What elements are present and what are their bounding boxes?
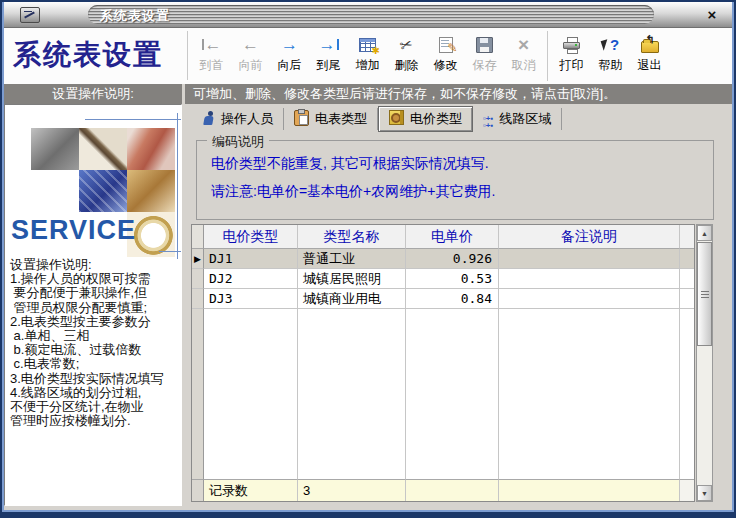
footer-empty-cell	[499, 479, 680, 501]
toolbar-button-label: 保存	[473, 57, 497, 74]
table-row[interactable]: DJ3城镇商业用电0.84	[192, 289, 694, 309]
titlebar[interactable]: 系统表设置 ×	[2, 2, 734, 28]
row-indicator-cell	[192, 289, 204, 309]
table-scrollbar[interactable]: ▲ ▼	[696, 224, 713, 502]
table-header-row: 电价类型类型名称电单价备注说明	[192, 225, 694, 249]
watch-photo-image	[127, 170, 175, 212]
instruction-line: c.电表常数;	[10, 357, 180, 371]
toolbar-button-prev: ←向前	[231, 29, 270, 83]
column-header: 备注说明	[499, 225, 680, 249]
window-title: 系统表设置	[100, 7, 170, 25]
toolbar-divider	[187, 31, 188, 80]
toolbar-button-last[interactable]: →到尾	[309, 29, 348, 83]
empty-cell	[406, 309, 499, 479]
help-icon: ?	[602, 32, 619, 57]
tab-label: 电价类型	[410, 110, 462, 128]
empty-cell	[499, 309, 680, 479]
thumb-grip-icon	[701, 291, 709, 298]
window-frame-left	[0, 0, 2, 518]
pricebook-tab-icon	[389, 110, 404, 128]
titlebar-band: 系统表设置	[88, 5, 654, 24]
column-header: 电价类型	[204, 225, 298, 249]
tab-pricebook[interactable]: 电价类型	[378, 106, 473, 132]
table-footer-row: 记录数3	[192, 479, 694, 501]
cell-price-type: DJ1	[204, 249, 298, 269]
system-table-settings-window: 系统表设置 × 系统表设置 ←到首←向前→向后→到尾增加✂删除修改保存×取消打印…	[0, 0, 736, 518]
toolbar-separator	[547, 31, 548, 81]
table-row[interactable]: ▶DJ1普通工业0.926	[192, 249, 694, 269]
decor-line-horizontal	[85, 119, 181, 120]
toolbar: ←到首←向前→向后→到尾增加✂删除修改保存×取消打印?帮助↰退出	[192, 29, 669, 83]
page-title: 系统表设置	[13, 36, 163, 74]
groupbox-legend: 编码说明	[207, 133, 269, 151]
up-arrow-icon: ▲	[701, 230, 708, 237]
left-panel: SERVICE 设置操作说明:1.操作人员的权限可按需 要分配便于兼职操作,但 …	[4, 104, 182, 506]
cell-note	[499, 289, 680, 309]
empty-cell	[298, 309, 406, 479]
toolbar-button-label: 向前	[239, 57, 263, 74]
toolbar-button-delete[interactable]: ✂删除	[387, 29, 426, 83]
tab-person[interactable]: 操作人员	[192, 108, 284, 130]
scrollbar-thumb[interactable]	[697, 242, 712, 346]
empty-cell	[680, 309, 694, 479]
next-icon: →	[281, 32, 298, 57]
add-icon	[359, 32, 376, 57]
toolbar-button-exit[interactable]: ↰退出	[630, 29, 669, 83]
row-extra-cell	[680, 269, 694, 289]
instruction-line: a.单相、三相	[10, 329, 180, 343]
instruction-line: 管理员权限分配要慎重;	[10, 301, 180, 315]
area-tab-icon: ▫+▪▫+▪	[483, 109, 493, 129]
row-indicator-cell	[192, 269, 204, 289]
tools-photo-image	[31, 128, 79, 170]
scroll-down-button[interactable]: ▼	[697, 485, 712, 501]
down-arrow-icon: ▼	[701, 490, 708, 497]
service-brand-text: SERVICE	[11, 215, 136, 246]
hardware-photo-image	[127, 128, 175, 170]
app-logo-icon	[20, 7, 40, 23]
coding-note-groupbox: 编码说明 电价类型不能重复, 其它可根据实际情况填写. 请注意:电单价=基本电价…	[196, 140, 714, 220]
cell-type-name: 普通工业	[298, 249, 406, 269]
edit-icon	[439, 32, 453, 57]
decor-line-horizontal-2	[159, 251, 181, 252]
pen-photo-image	[79, 128, 127, 170]
table-empty-area	[192, 309, 694, 479]
toolbar-button-edit[interactable]: 修改	[426, 29, 465, 83]
column-header: 类型名称	[298, 225, 406, 249]
toolbar-button-label: 向后	[278, 57, 302, 74]
footer-empty-cell	[406, 479, 499, 501]
left-panel-header: 设置操作说明:	[4, 84, 182, 104]
cell-unit-price: 0.926	[406, 249, 499, 269]
tab-area[interactable]: ▫+▪▫+▪线路区域	[473, 108, 562, 130]
toolbar-button-label: 到尾	[317, 57, 341, 74]
footer-indicator-cell	[192, 479, 204, 501]
row-extra-cell	[680, 289, 694, 309]
cell-type-name: 城镇商业用电	[298, 289, 406, 309]
instruction-line: 管理时应按楼幢划分.	[10, 414, 180, 428]
toolbar-button-label: 删除	[395, 57, 419, 74]
record-count-value: 3	[298, 479, 406, 501]
clipboard-tab-icon	[294, 110, 309, 129]
tab-clipboard[interactable]: 电表类型	[284, 108, 378, 130]
keyboard-photo-image	[79, 170, 127, 212]
toolbar-button-help[interactable]: ?帮助	[591, 29, 630, 83]
close-button[interactable]: ×	[702, 5, 722, 24]
toolbar-button-next[interactable]: →向后	[270, 29, 309, 83]
cell-unit-price: 0.53	[406, 269, 499, 289]
scroll-up-button[interactable]: ▲	[697, 225, 712, 241]
cell-price-type: DJ3	[204, 289, 298, 309]
instruction-line: 设置操作说明:	[10, 258, 180, 272]
footer-extra-cell	[680, 479, 694, 501]
table-row[interactable]: DJ2城镇居民照明0.53	[192, 269, 694, 289]
cell-unit-price: 0.84	[406, 289, 499, 309]
window-frame-right-inner	[732, 2, 734, 516]
toolbar-button-label: 增加	[356, 57, 380, 74]
operation-instructions: 设置操作说明:1.操作人员的权限可按需 要分配便于兼职操作,但 管理员权限分配要…	[10, 258, 180, 428]
main-panel: 操作人员电表类型电价类型▫+▪▫+▪线路区域 编码说明 电价类型不能重复, 其它…	[185, 104, 732, 506]
delete-icon: ✂	[400, 32, 413, 57]
decor-line-vertical	[177, 113, 178, 259]
instruction-line: 3.电价类型按实际情况填写	[10, 372, 180, 386]
toolbar-button-print[interactable]: 打印	[552, 29, 591, 83]
toolbar-button-add[interactable]: 增加	[348, 29, 387, 83]
toolbar-button-label: 到首	[200, 57, 224, 74]
groupbox-note-1: 电价类型不能重复, 其它可根据实际情况填写.	[211, 155, 489, 173]
